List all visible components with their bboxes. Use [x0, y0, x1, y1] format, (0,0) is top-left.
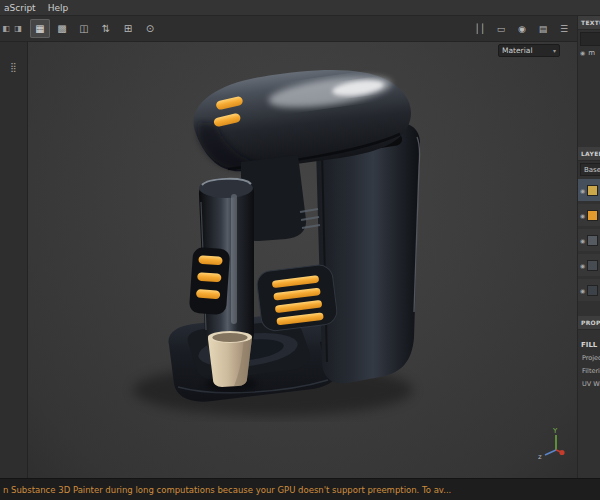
shader-settings-icon[interactable]: ☰ [556, 20, 572, 39]
dispenser-buttons [189, 247, 231, 315]
symmetry-y-icon[interactable]: ⇅ [96, 19, 116, 38]
properties-header[interactable]: PROPERTIES [578, 316, 600, 330]
axis-y-label: Y [552, 427, 558, 435]
menu-bar: aScript Help [0, 0, 600, 16]
symmetry-x-icon[interactable]: ◫ [74, 19, 94, 38]
menu-item-javascript[interactable]: aScript [4, 3, 36, 13]
axis-gizmo[interactable]: Y z [534, 426, 570, 460]
eye-icon[interactable]: ◉ [580, 287, 585, 294]
display-mode-dropdown[interactable]: Material ▾ [498, 44, 560, 57]
channel-label: Base [584, 166, 600, 174]
falloff-icon[interactable]: ⊙ [140, 19, 160, 38]
channel-dropdown[interactable]: Base ▾ [580, 163, 600, 176]
side-button-panel [256, 263, 339, 332]
property-projection[interactable]: Projection [578, 351, 600, 364]
property-filtering[interactable]: Filtering [578, 364, 600, 377]
grid-icon[interactable]: ▦ [30, 19, 50, 38]
main-toolbar: ◧ ◨ ▦ ▩ ◫ ⇅ ⊞ ⊙ ││ ▭ ◉ ▤ ☰ [0, 16, 578, 42]
material-name: m [588, 49, 595, 57]
layers-header[interactable]: LAYERS [578, 147, 600, 161]
layer-thumbnail[interactable] [587, 235, 598, 246]
axis-z-label: z [538, 453, 542, 460]
menu-item-help[interactable]: Help [48, 3, 69, 13]
texel-density-icon[interactable]: ▩ [52, 19, 72, 38]
dock-right-icon[interactable]: ◨ [12, 21, 24, 37]
display-mode-label: Material [502, 46, 532, 55]
layer-row[interactable]: ◉ [578, 204, 600, 226]
layer-row[interactable]: ◉ [578, 254, 600, 276]
layer-thumbnail[interactable] [587, 260, 598, 271]
tools-grid-icon[interactable]: ⣿ [10, 62, 17, 72]
layer-thumbnail[interactable] [587, 210, 598, 221]
right-panel: TEXTURE SET ◉ m LAYERS Base ▾ ◉ ◉ ◉ ◉ [577, 16, 600, 478]
display-settings-icon[interactable]: ▤ [535, 20, 551, 39]
texture-set-material-row[interactable]: ◉ m [578, 46, 600, 59]
texture-set-select[interactable] [580, 32, 600, 46]
eye-icon[interactable]: ◉ [580, 262, 585, 269]
layer-thumbnail[interactable] [587, 285, 598, 296]
pause-icon[interactable]: ││ [472, 20, 488, 39]
viewport-3d[interactable]: Material ▾ Y z [28, 42, 578, 478]
machine-tower [316, 123, 420, 384]
eye-icon[interactable]: ◉ [580, 212, 585, 219]
layer-thumbnail[interactable] [587, 185, 598, 196]
fill-section-title[interactable]: FILL [578, 338, 600, 351]
layer-row[interactable]: ◉ [578, 279, 600, 301]
eye-icon[interactable]: ◉ [580, 237, 585, 244]
dock-left-icon[interactable]: ◧ [0, 21, 12, 37]
viewport-toolbar-group: ▦ ▩ ◫ ⇅ ⊞ ⊙ [30, 19, 160, 38]
camera-icon[interactable]: ◉ [514, 20, 530, 39]
eye-icon[interactable]: ◉ [580, 187, 585, 194]
layer-row[interactable]: ◉ [578, 229, 600, 251]
coffee-machine-model [28, 42, 578, 478]
solo-view-icon[interactable]: ▭ [493, 20, 509, 39]
toolbar-right-group: ││ ▭ ◉ ▤ ☰ [472, 16, 572, 42]
gpu-warning-message: n Substance 3D Painter during long compu… [3, 485, 451, 495]
property-uv-wrap[interactable]: UV Wrap [578, 377, 600, 390]
snap-icon[interactable]: ⊞ [118, 19, 138, 38]
layer-row[interactable]: ◉ [578, 179, 600, 201]
left-dock: ⣿ [0, 42, 28, 478]
chevron-down-icon: ▾ [553, 47, 556, 54]
texture-set-header[interactable]: TEXTURE SET [578, 16, 600, 30]
status-bar: n Substance 3D Painter during long compu… [0, 478, 600, 500]
eye-icon[interactable]: ◉ [580, 49, 585, 56]
